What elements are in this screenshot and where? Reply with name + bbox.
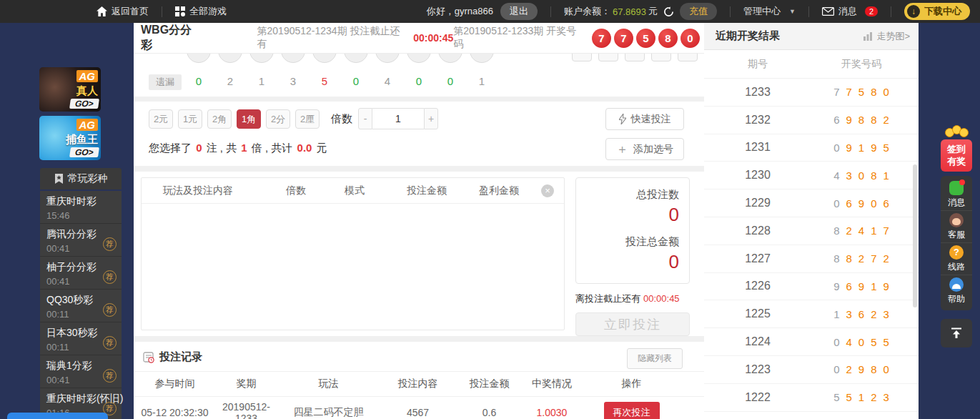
rail-item-label: 线路 bbox=[948, 261, 965, 273]
multiplier-plus-button[interactable]: + bbox=[424, 108, 438, 129]
result-digit: 2 bbox=[871, 391, 876, 403]
result-row[interactable]: 122788272 bbox=[704, 245, 919, 273]
add-selection-button[interactable]: ＋ 添加选号 bbox=[605, 138, 684, 160]
unit-chip-1元[interactable]: 1元 bbox=[178, 109, 202, 129]
sidebar-lottery-item[interactable]: 重庆时时彩15:46 bbox=[40, 191, 122, 224]
number-ball-cutoff[interactable] bbox=[312, 54, 337, 63]
result-row[interactable]: 122882417 bbox=[704, 217, 919, 245]
messages-link[interactable]: 消息 2 bbox=[822, 5, 878, 18]
result-row[interactable]: 122404055 bbox=[704, 328, 919, 356]
result-digit: 4 bbox=[833, 169, 839, 182]
number-ball-cutoff[interactable] bbox=[249, 54, 274, 63]
quick-pick-button-cutoff[interactable] bbox=[678, 54, 698, 61]
result-issue: 1230 bbox=[704, 169, 811, 182]
multiplier-input[interactable] bbox=[372, 108, 424, 129]
all-games-link[interactable]: 全部游戏 bbox=[175, 5, 227, 18]
rail-item-help[interactable]: 帮助 bbox=[941, 275, 972, 307]
rail-item-chat[interactable]: 消息 bbox=[941, 179, 972, 211]
result-digit: 7 bbox=[846, 86, 851, 98]
unit-chip-2元[interactable]: 2元 bbox=[149, 109, 173, 129]
recommended-badge: 荐 bbox=[103, 303, 117, 317]
result-digit: 9 bbox=[846, 142, 851, 154]
result-digit: 3 bbox=[846, 169, 851, 182]
banner-ag-live[interactable]: AG 真人 GO> bbox=[39, 67, 101, 112]
sidebar-lottery-item[interactable]: QQ30秒彩00:11荐 bbox=[40, 290, 122, 322]
close-icon[interactable]: × bbox=[541, 184, 554, 197]
number-ball-cutoff[interactable] bbox=[281, 54, 305, 63]
sidebar-lottery-item[interactable]: 瑞典1分彩00:41荐 bbox=[40, 355, 122, 388]
slip-column-header: 玩法及投注内容 bbox=[142, 184, 270, 197]
hide-list-button[interactable]: 隐藏列表 bbox=[627, 348, 683, 369]
result-digit: 3 bbox=[846, 308, 851, 320]
result-row[interactable]: 122255123 bbox=[704, 384, 919, 412]
chevron-down-icon: ▼ bbox=[789, 8, 796, 15]
rail-item-service[interactable]: 客服 bbox=[941, 211, 972, 243]
result-row[interactable]: 122696919 bbox=[704, 273, 919, 301]
omission-value: 0 bbox=[187, 75, 211, 87]
slip-column-header: 投注金额 bbox=[387, 184, 466, 197]
recommended-badge: 荐 bbox=[103, 237, 117, 251]
result-digit: 9 bbox=[858, 280, 864, 292]
result-digit: 0 bbox=[833, 142, 839, 154]
ag-logo: AG bbox=[76, 70, 99, 82]
unit-chip-2分[interactable]: 2分 bbox=[266, 109, 290, 129]
rail-item-line[interactable]: ?线路 bbox=[941, 243, 972, 275]
result-numbers: 96919 bbox=[811, 280, 911, 292]
number-ball-cutoff[interactable] bbox=[470, 54, 494, 63]
signin-reward-button[interactable]: 签到 有奖 bbox=[941, 139, 972, 172]
number-ball-cutoff[interactable] bbox=[187, 54, 211, 63]
summary-text: 您选择了 bbox=[149, 142, 194, 154]
result-numbers: 43081 bbox=[811, 169, 911, 182]
back-to-top-button[interactable] bbox=[941, 319, 972, 347]
total-amount-value: 0 bbox=[586, 252, 679, 272]
bet-now-button[interactable]: 立即投注 bbox=[575, 312, 690, 336]
download-center-button[interactable]: ↓ 下载中心 bbox=[904, 3, 970, 20]
result-row[interactable]: 122513623 bbox=[704, 300, 919, 328]
number-ball-cutoff[interactable] bbox=[344, 54, 368, 63]
result-digit: 8 bbox=[871, 114, 876, 126]
result-issue: 1223 bbox=[704, 363, 811, 376]
number-ball-cutoff[interactable] bbox=[218, 54, 242, 63]
total-amount-label: 投注总金额 bbox=[586, 235, 679, 249]
unit-chip-2角[interactable]: 2角 bbox=[207, 109, 232, 129]
result-row[interactable]: 123269882 bbox=[704, 107, 919, 134]
number-ball-cutoff[interactable] bbox=[438, 54, 462, 63]
trend-chart-link[interactable]: 走势图> bbox=[863, 30, 910, 43]
quick-pick-button-cutoff[interactable] bbox=[625, 54, 645, 61]
results-scrollbar[interactable] bbox=[913, 164, 917, 307]
result-digit: 5 bbox=[884, 336, 889, 348]
admin-center-menu[interactable]: 管理中心 ▼ bbox=[743, 5, 796, 18]
banner-ag-fishing[interactable]: AG 捕鱼王 GO> bbox=[39, 116, 101, 160]
sidebar-lottery-item[interactable]: 腾讯分分彩00:41荐 bbox=[40, 224, 122, 257]
bet-slip-columns: 玩法及投注内容倍数模式投注金额盈利金额× bbox=[142, 178, 564, 204]
omission-value: 3 bbox=[281, 75, 305, 87]
result-row[interactable]: 122906906 bbox=[704, 189, 919, 217]
result-row[interactable]: 123043081 bbox=[704, 162, 919, 189]
sidebar-lottery-item[interactable]: 日本30秒彩00:11荐 bbox=[40, 322, 122, 355]
quick-pick-button-cutoff[interactable] bbox=[651, 54, 671, 61]
unit-chip-1角[interactable]: 1角 bbox=[237, 109, 261, 129]
recommended-badge: 荐 bbox=[103, 369, 117, 383]
sidebar-lottery-item[interactable]: 柚子分分彩00:41荐 bbox=[40, 257, 122, 290]
number-ball-cutoff[interactable] bbox=[407, 54, 431, 63]
result-row[interactable]: 123377580 bbox=[704, 79, 919, 107]
number-ball-cutoff[interactable] bbox=[375, 54, 400, 63]
home-link[interactable]: 返回首页 bbox=[96, 5, 149, 18]
multiplier-minus-button[interactable]: - bbox=[358, 108, 372, 129]
quick-pick-button-cutoff[interactable] bbox=[598, 54, 618, 61]
bottom-blue-bar[interactable] bbox=[7, 413, 108, 419]
result-row[interactable]: 122302980 bbox=[704, 356, 919, 384]
recharge-button[interactable]: 充值 bbox=[680, 3, 717, 20]
slip-column-header: 盈利金额 bbox=[466, 184, 532, 197]
result-digit: 6 bbox=[884, 197, 889, 210]
refresh-icon[interactable] bbox=[663, 6, 674, 17]
rebet-button[interactable]: 再次投注 bbox=[604, 402, 660, 419]
bet-slip-area: 玩法及投注内容倍数模式投注金额盈利金额× 总投注数 0 投注总金额 0 离投注截… bbox=[134, 172, 704, 336]
result-row[interactable]: 123109195 bbox=[704, 134, 919, 162]
quick-bet-button[interactable]: 快速投注 bbox=[605, 108, 684, 130]
unit-chip-2厘[interactable]: 2厘 bbox=[295, 109, 320, 129]
home-label: 返回首页 bbox=[112, 5, 149, 18]
quick-pick-button-cutoff[interactable] bbox=[572, 54, 592, 61]
logout-button[interactable]: 退出 bbox=[500, 3, 538, 20]
result-digit: 7 bbox=[884, 225, 889, 237]
